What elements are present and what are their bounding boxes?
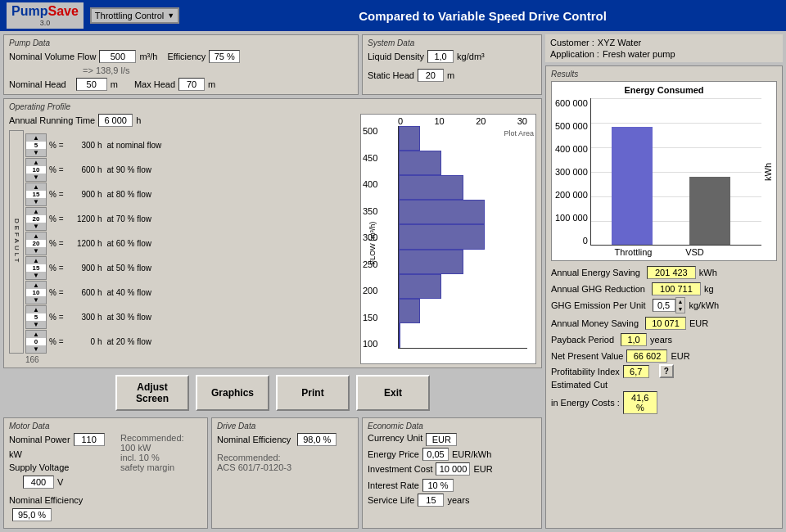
annual-energy-value: 201 423 — [647, 266, 696, 279]
exit-button[interactable]: Exit — [356, 375, 430, 411]
flow-row-8: ▲ 0 ▼ % = 0 h at 20 % flow — [25, 330, 161, 354]
nominal-volume-flow-input[interactable]: 500 — [99, 50, 136, 63]
results-section: Results Energy Consumed 600 000 500 000 … — [545, 65, 783, 529]
nominal-power-unit: kW — [9, 449, 22, 459]
investment-cost-unit: EUR — [473, 464, 492, 474]
efficiency-input[interactable]: 75 % — [209, 50, 240, 63]
motor-data-title: Motor Data — [9, 422, 202, 431]
hbar-0 — [399, 126, 420, 151]
application-value: Fresh water pump — [603, 49, 675, 59]
liquid-density-input[interactable]: 1,0 — [427, 50, 454, 63]
flow-row-0: ▲ 5 ▼ % = 300 h at nominal flow — [25, 133, 161, 157]
spinner-3[interactable]: ▲ 20 ▼ — [25, 207, 47, 231]
mode-dropdown[interactable]: Throttling Control ▼ — [90, 7, 179, 24]
static-head-label: Static Head — [368, 70, 414, 80]
throttling-x-label: Throttling — [603, 247, 664, 257]
service-life-unit: years — [447, 495, 469, 505]
ghg-down-icon[interactable]: ▼ — [676, 305, 685, 313]
npv-value: 66 602 — [626, 349, 667, 363]
adjust-screen-button[interactable]: AdjustScreen — [115, 375, 189, 411]
energy-price-input[interactable]: 0,05 — [422, 448, 449, 461]
default-label: DEFAULT — [9, 130, 24, 354]
ghg-emission-value[interactable]: 0,5 — [653, 299, 675, 312]
flow-row-3: ▲ 20 ▼ % = 1200 h at 70 % flow — [25, 207, 161, 231]
chart-title: Energy Consumed — [555, 85, 773, 95]
spinner-8[interactable]: ▲ 0 ▼ — [25, 330, 47, 354]
spinner-4[interactable]: ▲ 20 ▼ — [25, 232, 47, 255]
nominal-efficiency-label: Nominal Efficiency — [9, 495, 83, 505]
economic-data-title: Economic Data — [368, 422, 536, 431]
payback-value: 1,0 — [621, 333, 647, 346]
annual-running-input[interactable]: 6 000 — [98, 114, 133, 127]
annual-running-label: Annual Running Time — [9, 115, 95, 125]
spinner-1[interactable]: ▲ 10 ▼ — [25, 158, 47, 182]
supply-voltage-unit: V — [57, 477, 63, 487]
customer-name: XYZ Water — [598, 38, 641, 47]
graphics-button[interactable]: Graphics — [196, 375, 269, 411]
payback-label: Payback Period — [551, 335, 614, 345]
max-head-input[interactable]: 70 — [178, 78, 205, 91]
energy-costs-value: 41,6 % — [623, 391, 657, 414]
motor-recommended: Recommended: 100 kW incl. 10 % safety ma… — [120, 433, 202, 521]
currency-unit-label: Currency Unit — [368, 433, 422, 446]
annual-ghg-label: Annual GHG Reduction — [551, 284, 645, 294]
system-data-title: System Data — [368, 38, 536, 47]
static-head-unit: m — [447, 70, 454, 80]
investment-cost-input[interactable]: 10 000 — [436, 462, 470, 476]
dropdown-arrow-icon: ▼ — [167, 11, 174, 20]
nominal-head-input[interactable]: 50 — [76, 78, 107, 91]
hbar-1 — [399, 151, 441, 175]
annual-energy-unit: kWh — [699, 268, 717, 277]
operating-profile-title: Operating Profile — [9, 102, 536, 111]
annual-energy-label: Annual Energy Saving — [551, 268, 640, 277]
max-head-unit: m — [208, 79, 215, 89]
flow-row-6: ▲ 10 ▼ % = 600 h at 40 % flow — [25, 281, 161, 304]
profitability-label: Profitability Index — [551, 367, 620, 376]
annual-ghg-unit: kg — [704, 284, 714, 294]
bar-chart-area — [590, 98, 761, 246]
nominal-power-input[interactable]: 110 — [74, 433, 105, 446]
system-data-section: System Data Liquid Density 1,0 kg/dm³ St… — [362, 34, 542, 95]
estimated-label: Estimated Cut — [551, 380, 777, 390]
customer-label: Customer : — [550, 38, 594, 47]
service-life-input[interactable]: 15 — [418, 494, 444, 507]
liquid-density-unit: kg/dm³ — [457, 52, 485, 61]
operating-profile-section: Operating Profile Annual Running Time 6 … — [3, 98, 542, 368]
header-title: Compared to Variable Speed Drive Control — [186, 9, 779, 23]
flow-row-1: ▲ 10 ▼ % = 600 h at 90 % flow — [25, 158, 161, 182]
spinner-5[interactable]: ▲ 15 ▼ — [25, 256, 47, 280]
flow-chart: 0 10 20 30 FLOW (m³/h) 500 — [360, 114, 536, 364]
energy-chart: Energy Consumed 600 000 500 000 400 000 … — [551, 81, 777, 261]
pump-data-title: Pump Data — [9, 38, 353, 47]
y-axis: 600 000 500 000 400 000 300 000 200 000 … — [555, 98, 590, 246]
nominal-efficiency-input[interactable]: 95,0 % — [12, 508, 52, 521]
nominal-power-label: Nominal Power — [9, 435, 70, 444]
help-button[interactable]: ? — [659, 364, 674, 378]
hbar-5 — [399, 250, 463, 274]
energy-price-label: Energy Price — [368, 449, 419, 459]
flow-row-4: ▲ 20 ▼ % = 1200 h at 60 % flow — [25, 232, 161, 255]
static-head-input[interactable]: 20 — [418, 69, 444, 82]
spinner-6[interactable]: ▲ 10 ▼ — [25, 281, 47, 304]
spinner-0[interactable]: ▲ 5 ▼ — [25, 133, 47, 157]
pump-data-section: Pump Data Nominal Volume Flow 500 m³/h E… — [3, 34, 359, 95]
ghg-emission-unit: kg/kWh — [689, 300, 719, 310]
plot-area-label: Plot Area — [504, 129, 534, 138]
vsd-x-label: VSD — [664, 247, 725, 257]
spinner-7[interactable]: ▲ 5 ▼ — [25, 305, 47, 329]
interest-rate-input[interactable]: 10 % — [422, 479, 454, 492]
service-life-label: Service Life — [368, 495, 414, 505]
chart-bars-area — [398, 126, 527, 349]
ghg-up-icon[interactable]: ▲ — [676, 298, 685, 305]
ghg-spinner[interactable]: 0,5 ▲ ▼ — [653, 297, 686, 313]
print-button[interactable]: Print — [276, 375, 350, 411]
flow-row-7: ▲ 5 ▼ % = 300 h at 30 % flow — [25, 305, 161, 329]
drive-nominal-efficiency-input[interactable]: 98,0 % — [297, 433, 337, 446]
spinner-2[interactable]: ▲ 15 ▼ — [25, 183, 47, 206]
currency-unit-input[interactable]: EUR — [426, 433, 457, 446]
button-row: AdjustScreen Graphics Print Exit — [3, 372, 542, 414]
nominal-volume-flow-label: Nominal Volume Flow — [9, 52, 96, 61]
supply-voltage-input[interactable]: 400 — [23, 476, 54, 489]
energy-costs-label: in Energy Costs : — [551, 398, 620, 408]
annual-running-unit: h — [136, 115, 141, 125]
